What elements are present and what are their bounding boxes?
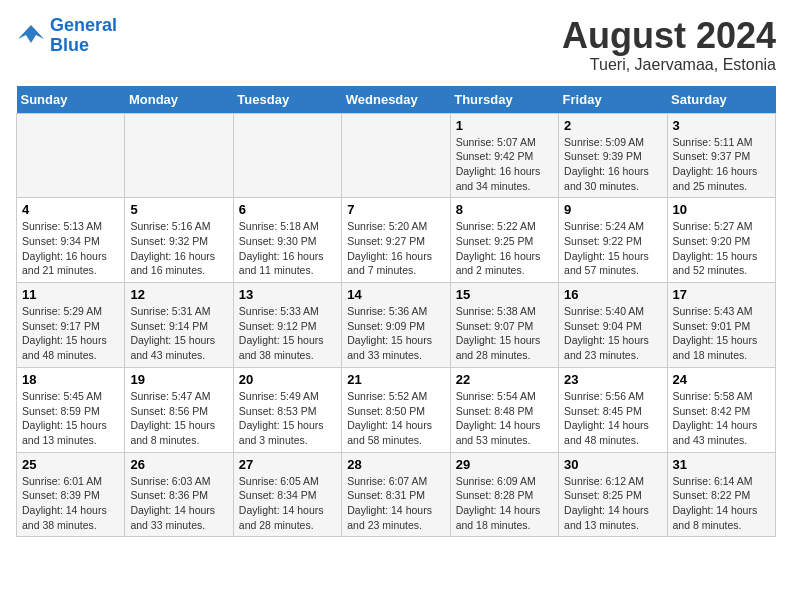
calendar-subtitle: Tueri, Jaervamaa, Estonia: [562, 56, 776, 74]
day-number: 10: [673, 202, 770, 217]
calendar-cell: 3Sunrise: 5:11 AMSunset: 9:37 PMDaylight…: [667, 113, 775, 198]
day-info: Sunrise: 5:09 AMSunset: 9:39 PMDaylight:…: [564, 135, 661, 194]
day-info: Sunrise: 5:43 AMSunset: 9:01 PMDaylight:…: [673, 304, 770, 363]
calendar-cell: 24Sunrise: 5:58 AMSunset: 8:42 PMDayligh…: [667, 367, 775, 452]
weekday-header-saturday: Saturday: [667, 86, 775, 114]
title-block: August 2024 Tueri, Jaervamaa, Estonia: [562, 16, 776, 74]
day-info: Sunrise: 5:20 AMSunset: 9:27 PMDaylight:…: [347, 219, 444, 278]
weekday-header-friday: Friday: [559, 86, 667, 114]
calendar-cell: 25Sunrise: 6:01 AMSunset: 8:39 PMDayligh…: [17, 452, 125, 537]
day-number: 4: [22, 202, 119, 217]
calendar-cell: 10Sunrise: 5:27 AMSunset: 9:20 PMDayligh…: [667, 198, 775, 283]
logo-icon: [16, 21, 46, 51]
calendar-table: SundayMondayTuesdayWednesdayThursdayFrid…: [16, 86, 776, 538]
day-number: 12: [130, 287, 227, 302]
day-info: Sunrise: 6:07 AMSunset: 8:31 PMDaylight:…: [347, 474, 444, 533]
day-info: Sunrise: 6:12 AMSunset: 8:25 PMDaylight:…: [564, 474, 661, 533]
day-number: 19: [130, 372, 227, 387]
day-number: 18: [22, 372, 119, 387]
day-info: Sunrise: 5:45 AMSunset: 8:59 PMDaylight:…: [22, 389, 119, 448]
logo-text: General Blue: [50, 16, 117, 56]
day-number: 3: [673, 118, 770, 133]
day-number: 17: [673, 287, 770, 302]
calendar-cell: 5Sunrise: 5:16 AMSunset: 9:32 PMDaylight…: [125, 198, 233, 283]
day-info: Sunrise: 5:27 AMSunset: 9:20 PMDaylight:…: [673, 219, 770, 278]
day-number: 24: [673, 372, 770, 387]
day-info: Sunrise: 5:29 AMSunset: 9:17 PMDaylight:…: [22, 304, 119, 363]
calendar-cell: 16Sunrise: 5:40 AMSunset: 9:04 PMDayligh…: [559, 283, 667, 368]
calendar-cell: 9Sunrise: 5:24 AMSunset: 9:22 PMDaylight…: [559, 198, 667, 283]
calendar-cell: 4Sunrise: 5:13 AMSunset: 9:34 PMDaylight…: [17, 198, 125, 283]
svg-marker-0: [18, 25, 44, 43]
calendar-cell: 18Sunrise: 5:45 AMSunset: 8:59 PMDayligh…: [17, 367, 125, 452]
day-number: 29: [456, 457, 553, 472]
day-info: Sunrise: 5:49 AMSunset: 8:53 PMDaylight:…: [239, 389, 336, 448]
calendar-cell: 2Sunrise: 5:09 AMSunset: 9:39 PMDaylight…: [559, 113, 667, 198]
calendar-cell: 30Sunrise: 6:12 AMSunset: 8:25 PMDayligh…: [559, 452, 667, 537]
day-info: Sunrise: 5:58 AMSunset: 8:42 PMDaylight:…: [673, 389, 770, 448]
day-info: Sunrise: 5:56 AMSunset: 8:45 PMDaylight:…: [564, 389, 661, 448]
day-number: 1: [456, 118, 553, 133]
calendar-cell: 22Sunrise: 5:54 AMSunset: 8:48 PMDayligh…: [450, 367, 558, 452]
calendar-cell: [233, 113, 341, 198]
day-info: Sunrise: 5:31 AMSunset: 9:14 PMDaylight:…: [130, 304, 227, 363]
day-number: 13: [239, 287, 336, 302]
day-number: 16: [564, 287, 661, 302]
day-info: Sunrise: 5:47 AMSunset: 8:56 PMDaylight:…: [130, 389, 227, 448]
day-info: Sunrise: 5:36 AMSunset: 9:09 PMDaylight:…: [347, 304, 444, 363]
day-number: 2: [564, 118, 661, 133]
calendar-cell: [342, 113, 450, 198]
calendar-week-row: 25Sunrise: 6:01 AMSunset: 8:39 PMDayligh…: [17, 452, 776, 537]
day-info: Sunrise: 6:09 AMSunset: 8:28 PMDaylight:…: [456, 474, 553, 533]
day-info: Sunrise: 6:03 AMSunset: 8:36 PMDaylight:…: [130, 474, 227, 533]
calendar-cell: 17Sunrise: 5:43 AMSunset: 9:01 PMDayligh…: [667, 283, 775, 368]
day-number: 25: [22, 457, 119, 472]
day-number: 28: [347, 457, 444, 472]
day-info: Sunrise: 6:05 AMSunset: 8:34 PMDaylight:…: [239, 474, 336, 533]
day-number: 23: [564, 372, 661, 387]
calendar-cell: 27Sunrise: 6:05 AMSunset: 8:34 PMDayligh…: [233, 452, 341, 537]
calendar-cell: [17, 113, 125, 198]
day-number: 11: [22, 287, 119, 302]
calendar-cell: 13Sunrise: 5:33 AMSunset: 9:12 PMDayligh…: [233, 283, 341, 368]
calendar-cell: 28Sunrise: 6:07 AMSunset: 8:31 PMDayligh…: [342, 452, 450, 537]
calendar-week-row: 18Sunrise: 5:45 AMSunset: 8:59 PMDayligh…: [17, 367, 776, 452]
day-info: Sunrise: 5:13 AMSunset: 9:34 PMDaylight:…: [22, 219, 119, 278]
day-info: Sunrise: 5:33 AMSunset: 9:12 PMDaylight:…: [239, 304, 336, 363]
calendar-cell: 15Sunrise: 5:38 AMSunset: 9:07 PMDayligh…: [450, 283, 558, 368]
day-info: Sunrise: 5:38 AMSunset: 9:07 PMDaylight:…: [456, 304, 553, 363]
calendar-cell: 8Sunrise: 5:22 AMSunset: 9:25 PMDaylight…: [450, 198, 558, 283]
day-number: 26: [130, 457, 227, 472]
day-info: Sunrise: 5:18 AMSunset: 9:30 PMDaylight:…: [239, 219, 336, 278]
calendar-week-row: 4Sunrise: 5:13 AMSunset: 9:34 PMDaylight…: [17, 198, 776, 283]
day-number: 6: [239, 202, 336, 217]
page-header: General Blue August 2024 Tueri, Jaervama…: [16, 16, 776, 74]
calendar-cell: 29Sunrise: 6:09 AMSunset: 8:28 PMDayligh…: [450, 452, 558, 537]
calendar-cell: 14Sunrise: 5:36 AMSunset: 9:09 PMDayligh…: [342, 283, 450, 368]
calendar-cell: 23Sunrise: 5:56 AMSunset: 8:45 PMDayligh…: [559, 367, 667, 452]
calendar-week-row: 11Sunrise: 5:29 AMSunset: 9:17 PMDayligh…: [17, 283, 776, 368]
weekday-header-tuesday: Tuesday: [233, 86, 341, 114]
weekday-header-monday: Monday: [125, 86, 233, 114]
day-info: Sunrise: 5:24 AMSunset: 9:22 PMDaylight:…: [564, 219, 661, 278]
day-number: 21: [347, 372, 444, 387]
day-info: Sunrise: 5:54 AMSunset: 8:48 PMDaylight:…: [456, 389, 553, 448]
calendar-cell: 11Sunrise: 5:29 AMSunset: 9:17 PMDayligh…: [17, 283, 125, 368]
calendar-cell: 1Sunrise: 5:07 AMSunset: 9:42 PMDaylight…: [450, 113, 558, 198]
day-info: Sunrise: 5:07 AMSunset: 9:42 PMDaylight:…: [456, 135, 553, 194]
calendar-cell: 26Sunrise: 6:03 AMSunset: 8:36 PMDayligh…: [125, 452, 233, 537]
day-number: 14: [347, 287, 444, 302]
calendar-cell: [125, 113, 233, 198]
day-info: Sunrise: 5:52 AMSunset: 8:50 PMDaylight:…: [347, 389, 444, 448]
day-number: 5: [130, 202, 227, 217]
day-info: Sunrise: 5:22 AMSunset: 9:25 PMDaylight:…: [456, 219, 553, 278]
day-number: 7: [347, 202, 444, 217]
day-number: 31: [673, 457, 770, 472]
day-number: 22: [456, 372, 553, 387]
logo: General Blue: [16, 16, 117, 56]
day-number: 27: [239, 457, 336, 472]
day-info: Sunrise: 5:16 AMSunset: 9:32 PMDaylight:…: [130, 219, 227, 278]
weekday-header-thursday: Thursday: [450, 86, 558, 114]
calendar-cell: 21Sunrise: 5:52 AMSunset: 8:50 PMDayligh…: [342, 367, 450, 452]
day-number: 15: [456, 287, 553, 302]
